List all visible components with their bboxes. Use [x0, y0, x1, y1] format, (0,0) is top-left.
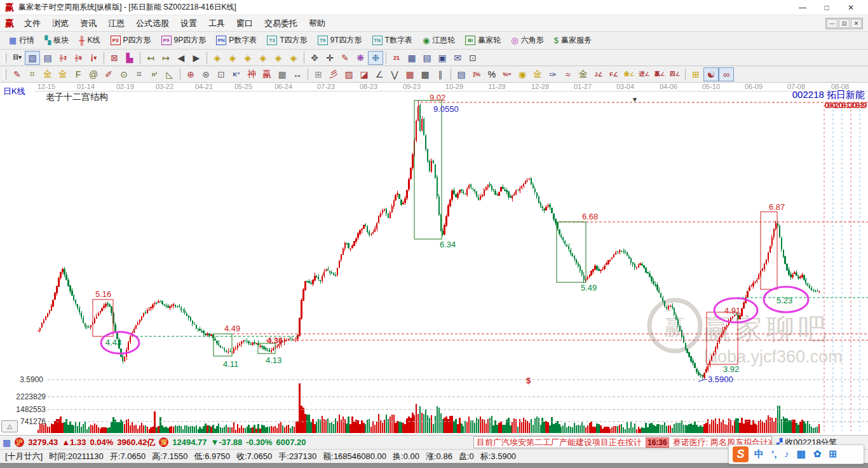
stats-panel-button[interactable]: ▤ — [454, 67, 469, 81]
ime-keyboard-button[interactable]: ▦ — [797, 448, 806, 460]
toolbar-kline-button[interactable]: ╫K线 — [74, 34, 105, 47]
calculator-button[interactable]: ▦ — [404, 51, 419, 65]
gann-target-button[interactable]: ⊕ — [183, 67, 198, 81]
news-headline[interactable]: 目前广汽埃安第二工厂产能建设项目正在按计 — [477, 437, 642, 448]
chart-area[interactable]: 赢赢家聊吧laoba.yjcf360.com12-1501-1402-1903-… — [0, 83, 868, 435]
expand-x-button[interactable]: ◈ — [240, 51, 255, 65]
expand-y-button[interactable]: ◈ — [271, 51, 286, 65]
menu-item-窗口[interactable]: 窗口 — [231, 16, 259, 31]
ime-lang-toggle-button[interactable]: 中 — [754, 448, 764, 460]
toolbar-p-square-button[interactable]: P3P四方形 — [105, 34, 156, 47]
news-ticker[interactable]: 目前广汽埃安第二工厂产能建设项目正在按计16:36赛诺医疗: 两名股东拟合计减持… — [473, 436, 772, 448]
crosshair-button[interactable]: ✛ — [322, 51, 337, 65]
menu-item-设置[interactable]: 设置 — [175, 16, 203, 31]
gann-grid-button[interactable]: ⌗ — [25, 67, 40, 81]
analysis-blue-button[interactable]: ❉ — [368, 51, 383, 65]
ime-skin-button[interactable]: ✿ — [813, 448, 822, 460]
span-measure-button[interactable]: ↔ — [290, 67, 305, 81]
last-page-button[interactable]: ↦ — [158, 51, 173, 65]
toolbar-t-table-button[interactable]: TNT数字表 — [367, 34, 417, 47]
si-angle-button[interactable]: 四∠ — [667, 67, 682, 81]
period-day-button[interactable]: 日▾ — [10, 51, 25, 65]
kline-3-button[interactable]: ╫3 — [55, 51, 71, 65]
pct-wave-button[interactable]: ⁒% — [469, 67, 484, 81]
jin-angle-button[interactable]: 进∠ — [637, 67, 652, 81]
menu-item-江恩[interactable]: 江恩 — [102, 16, 130, 31]
menu-item-浏览[interactable]: 浏览 — [46, 16, 74, 31]
menu-item-交易委托[interactable]: 交易委托 — [259, 16, 303, 31]
shen-button[interactable]: 神 — [244, 67, 259, 81]
menu-item-帮助[interactable]: 帮助 — [303, 16, 331, 31]
menu-item-公式选股[interactable]: 公式选股 — [130, 16, 175, 31]
sz-index-value[interactable]: 12494.77 — [172, 437, 207, 447]
maximize-button[interactable]: □ — [815, 3, 839, 12]
ime-mic-button[interactable]: ♪ — [784, 448, 789, 460]
expand-chart-button[interactable]: △ — [1, 420, 18, 432]
mdi-minimize-button[interactable]: — — [827, 19, 837, 28]
annotate-pen-button[interactable]: ✎ — [337, 51, 353, 65]
menu-item-资讯[interactable]: 资讯 — [74, 16, 102, 31]
draw-pen-button[interactable]: ✎ — [10, 67, 25, 81]
gold-grid-a-button[interactable]: 金 — [40, 67, 55, 81]
gold-grid-b-button[interactable]: 金 — [55, 67, 71, 81]
gold-angle-button[interactable]: 金 — [576, 67, 591, 81]
kline-style-button[interactable]: ╽▾ — [86, 51, 101, 65]
gold-window-button[interactable]: ⊞ — [688, 67, 703, 81]
sz-index-icon[interactable]: 深 — [159, 437, 168, 447]
ying-angle-button[interactable]: 赢∠ — [652, 67, 667, 81]
toolbar-gann-wheel-button[interactable]: ◉江恩轮 — [417, 34, 460, 47]
save-button[interactable]: ▣ — [435, 51, 450, 65]
news-time-badge[interactable]: 16:36 — [646, 437, 669, 448]
toolbar-winner-service-button[interactable]: $赢家服务 — [549, 34, 597, 47]
drag-hand-button[interactable]: ✥ — [307, 51, 322, 65]
infinity-button[interactable]: ∞ — [719, 67, 734, 81]
zoom-select-button[interactable]: ▧ — [25, 51, 40, 65]
ruler-grid-button[interactable]: ▦ — [275, 67, 290, 81]
ime-logo[interactable]: S — [733, 446, 749, 462]
toolbar-winner-wheel-button[interactable]: Bi赢家轮 — [460, 34, 506, 47]
info-view-button[interactable]: ▤ — [40, 51, 55, 65]
percent-button[interactable]: % — [484, 67, 499, 81]
first-page-button[interactable]: ↤ — [143, 51, 158, 65]
analysis-purple-button[interactable]: ❋ — [353, 51, 368, 65]
toolbar-quotes-button[interactable]: ▦行情 — [4, 34, 39, 47]
red-pen-button[interactable]: ✐ — [101, 67, 116, 81]
fib-grid-button[interactable]: F — [71, 67, 86, 81]
v-wave-button[interactable]: ⋁ — [387, 67, 402, 81]
memo-button[interactable]: ▤ — [419, 51, 435, 65]
menu-item-工具[interactable]: 工具 — [203, 16, 231, 31]
mdi-restore-button[interactable]: ⊡ — [839, 19, 850, 28]
cycle-circle-button[interactable]: ⊙ — [116, 67, 132, 81]
protractor-button[interactable]: ◺ — [162, 67, 177, 81]
close-button[interactable]: ✕ — [839, 3, 863, 12]
toolbar-t-square-button[interactable]: T3T四方形 — [262, 34, 312, 47]
minimize-button[interactable]: — — [790, 3, 815, 12]
angle-lines-button[interactable]: ∠ — [372, 67, 387, 81]
ying-button[interactable]: 赢 — [259, 67, 275, 81]
gold2-angle-button[interactable]: 金∠ — [621, 67, 637, 81]
sh-index-icon[interactable]: 沪 — [15, 437, 24, 447]
spiral-button[interactable]: @ — [86, 67, 101, 81]
taiji-button[interactable]: ☯ — [703, 67, 719, 81]
pct-line-button[interactable]: %= — [499, 67, 515, 81]
menu-item-文件[interactable]: 文件 — [18, 16, 46, 31]
ime-punctuation-button[interactable]: ’, — [771, 448, 776, 460]
window-grid-button[interactable]: ⊞ — [311, 67, 326, 81]
wave-a-button[interactable]: ≈ — [560, 67, 576, 81]
f-angle-button[interactable]: F∠ — [606, 67, 621, 81]
shrink-y-button[interactable]: ◈ — [286, 51, 301, 65]
red-grid-button[interactable]: ▦ — [402, 67, 417, 81]
dark-grid-button[interactable]: ▦ — [417, 67, 433, 81]
toolbar-hexagon-button[interactable]: ◎六角形 — [506, 34, 548, 47]
radial-target-button[interactable]: ⊛ — [198, 67, 214, 81]
corner-box-button[interactable]: ◪ — [356, 67, 372, 81]
mdi-close-button[interactable]: ✕ — [851, 19, 862, 28]
kline-9-button[interactable]: ╫9 — [71, 51, 86, 65]
j-angle-button[interactable]: J∠ — [591, 67, 606, 81]
fan-box-button[interactable]: ▨ — [341, 67, 356, 81]
brush-button[interactable]: ✑ — [545, 67, 560, 81]
small-grid-button[interactable]: ⌗ — [132, 67, 147, 81]
shrink-x-button[interactable]: ◈ — [255, 51, 271, 65]
fan-lines-button[interactable]: 彡 — [326, 67, 341, 81]
print-button[interactable]: ⊡ — [465, 51, 480, 65]
